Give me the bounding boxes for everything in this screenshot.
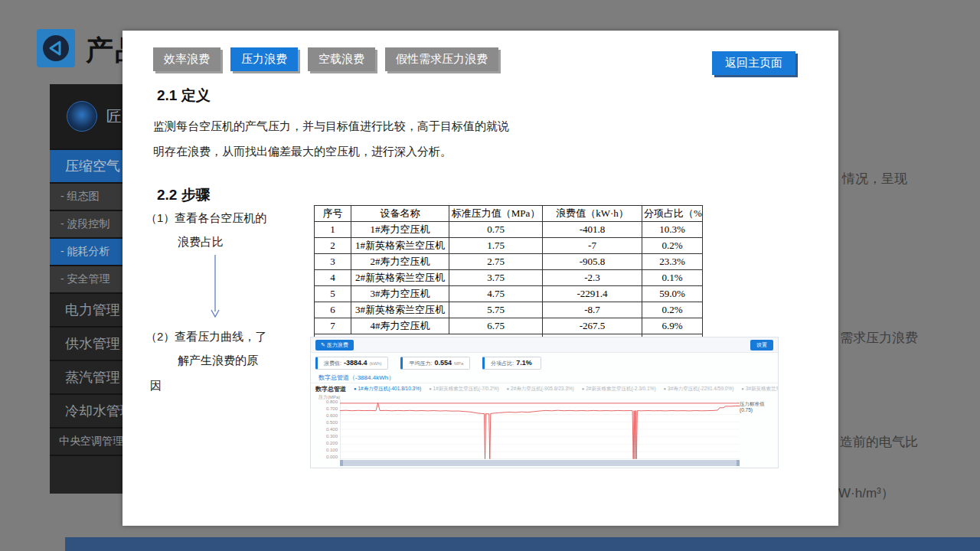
x-tick-label: 02-17 06:20 (567, 467, 589, 468)
legend-item[interactable]: ● 1#新英格索兰空压机(-7/0.2%) (429, 386, 498, 393)
table-cell: -905.8 (543, 254, 642, 270)
table-row: 74#寿力空压机6.75-267.56.9% (315, 318, 703, 334)
table-row: 32#寿力空压机2.75-905.823.3% (315, 254, 703, 270)
table-cell: 10.3% (642, 222, 703, 238)
x-tick-label: 02-26 06:45 (692, 467, 714, 468)
table-cell: 6 (315, 302, 351, 318)
screenshot-header: ✎ 压力浪费 设置 (311, 337, 778, 353)
table-cell: 0.2% (642, 238, 703, 254)
main-pipe-link[interactable]: 数字总管道（-3884.4kWh） (318, 373, 778, 382)
settings-button[interactable]: 设置 (750, 340, 773, 350)
table-cell: 5 (315, 286, 351, 302)
time-range-slider[interactable] (340, 460, 740, 466)
table-cell: 0.2% (642, 302, 703, 318)
y-tick-label: 0.000 (314, 455, 338, 459)
definition-heading: 2.1 定义 (157, 86, 211, 106)
table-header-cell: 标准压力值（MPa） (449, 206, 543, 222)
table-cell: 59.0% (642, 286, 703, 302)
legend-item[interactable]: ● 3#新英格索兰空压机(-8.7/0.2%) (741, 386, 778, 393)
step2-line3: 因 (150, 379, 162, 393)
stat-item-ratio: 分项占比: 7.1% (482, 357, 541, 370)
table-cell: -267.5 (543, 318, 642, 334)
pressure-line-chart (340, 399, 740, 459)
chart-zone: 压力(MPa) 0.8000.7000.6000.5000.4000.3000.… (314, 395, 775, 459)
table-cell: -7 (543, 238, 642, 254)
pressure-waste-chip: ✎ 压力浪费 (315, 340, 354, 350)
legend-item[interactable]: ● 2#寿力空压机(-905.8/23.3%) (507, 386, 574, 393)
x-axis-ticks: 02-01 19:2002-02 18:2002-04 14:4002-06 1… (340, 467, 740, 468)
down-arrow-icon (210, 255, 220, 318)
table-cell: -2291.4 (543, 286, 642, 302)
x-tick-label: 02-15 10:45 (541, 467, 564, 468)
y-tick-label: 0.600 (314, 413, 338, 418)
table-cell: 0.1% (642, 270, 703, 286)
table-row: 11#寿力空压机0.75-401.810.3% (315, 222, 703, 238)
steps-heading: 2.2 步骤 (157, 185, 211, 205)
x-tick-label: 02-01 19:20 (340, 467, 362, 468)
table-header-cell: 设备名称 (351, 206, 449, 222)
chart-legend: 数字总管道 ● 1#寿力空压机(-401.8/10.3%)● 1#新英格索兰空压… (311, 383, 778, 394)
step2-line1: （2）查看压力曲线，了 (145, 330, 266, 344)
x-tick-label: 02-28 02:20 (717, 467, 740, 468)
tab-pressure-waste[interactable]: 压力浪费 (230, 47, 298, 71)
legend-item[interactable]: ● 1#寿力空压机(-401.8/10.3%) (354, 386, 421, 393)
tab-efficiency-waste[interactable]: 效率浪费 (153, 47, 220, 71)
slider-right-handle[interactable] (737, 460, 740, 466)
step1-line2: 浪费占比 (178, 235, 224, 249)
background-text-fragment: W·h/m³） (838, 484, 894, 502)
x-tick-label: 02-04 14:40 (390, 467, 413, 468)
y-axis-ticks: 0.8000.7000.6000.5000.4000.3000.2000.100… (314, 395, 340, 459)
waste-type-tabs: 效率浪费 压力浪费 空载浪费 假性需求压力浪费 (153, 47, 498, 71)
y-tick-label: 0.700 (314, 406, 338, 411)
table-cell: 3#寿力空压机 (351, 286, 449, 302)
table-row: 53#寿力空压机4.75-2291.459.0% (315, 286, 703, 302)
y-tick-label: 0.500 (314, 420, 338, 425)
background-text-fragment: 需求压力浪费 (840, 329, 918, 347)
legend-item[interactable]: ● 2#新英格索兰空压机(-2.3/0.1%) (582, 386, 656, 393)
tab-false-demand-pressure-waste[interactable]: 假性需求压力浪费 (385, 47, 498, 71)
background-text-fragment: 情况，呈现 (842, 170, 907, 187)
legend-item[interactable]: ● 3#寿力空压机(-2291.4/59.0%) (664, 386, 734, 393)
definition-line1: 监测每台空压机的产气压力，并与目标值进行比较，高于目标值的就说 (153, 119, 509, 132)
stats-row: 浪费值: -3884.4 (kWh) 平均压力: 0.554 MPa 分项占比:… (311, 353, 778, 371)
stat-waste-value: 浪费值: -3884.4 (kWh) (315, 357, 388, 370)
y-tick-label: 0.300 (314, 434, 338, 439)
table-cell: 0.75 (449, 222, 543, 238)
table-header-cell: 分项占比（%） (642, 206, 703, 222)
step2-line2: 解产生浪费的原 (178, 354, 258, 368)
x-tick-label: 02-13 15:20 (516, 467, 538, 468)
table-cell: 2#新英格索兰空压机 (351, 270, 449, 286)
x-tick-label: 02-22 16:20 (642, 467, 664, 468)
content-panel: 效率浪费 压力浪费 空载浪费 假性需求压力浪费 返回主页面 2.1 定义 监测每… (122, 31, 838, 526)
definition-paragraph: 监测每台空压机的产气压力，并与目标值进行比较，高于目标值的就说 明存在浪费，从而… (153, 113, 509, 164)
x-tick-label: 02-02 18:20 (365, 467, 387, 468)
table-cell: 2#寿力空压机 (351, 254, 449, 270)
table-cell: -2.3 (543, 270, 642, 286)
x-tick-label: 02-06 10:25 (416, 467, 438, 468)
tab-idle-waste[interactable]: 空载浪费 (308, 47, 375, 71)
table-cell: 3.75 (449, 270, 543, 286)
table-row: 63#新英格索兰空压机5.75-8.70.2% (315, 302, 703, 318)
table-cell: 7 (315, 318, 351, 334)
x-tick-label: 02-19 01:20 (592, 467, 614, 468)
table-header-cell: 浪费值（kW·h） (543, 206, 642, 222)
table-cell: 1#新英格索兰空压机 (351, 238, 449, 254)
table-cell: 6.9% (642, 318, 703, 334)
legend-dot-icon: ● (507, 386, 510, 391)
x-tick-label: 02-10 00:45 (466, 467, 488, 468)
y-tick-label: 0.400 (314, 427, 338, 432)
table-cell: 1.75 (449, 238, 543, 254)
legend-dot-icon: ● (582, 386, 585, 391)
table-cell: 4 (315, 270, 351, 286)
table-cell: 5.75 (449, 302, 543, 318)
y-tick-label: 0.200 (314, 441, 338, 445)
table-cell: -401.8 (543, 222, 642, 238)
brand-logo-icon (67, 101, 97, 132)
x-tick-label: 02-08 05:20 (441, 467, 463, 468)
return-home-button[interactable]: 返回主页面 (712, 51, 795, 75)
back-icon (41, 34, 70, 63)
back-button[interactable] (37, 29, 75, 67)
slider-left-handle[interactable] (340, 460, 343, 466)
stat-average-pressure: 平均压力: 0.554 MPa (400, 357, 470, 370)
x-tick-label: 02-24 11:20 (667, 467, 689, 468)
